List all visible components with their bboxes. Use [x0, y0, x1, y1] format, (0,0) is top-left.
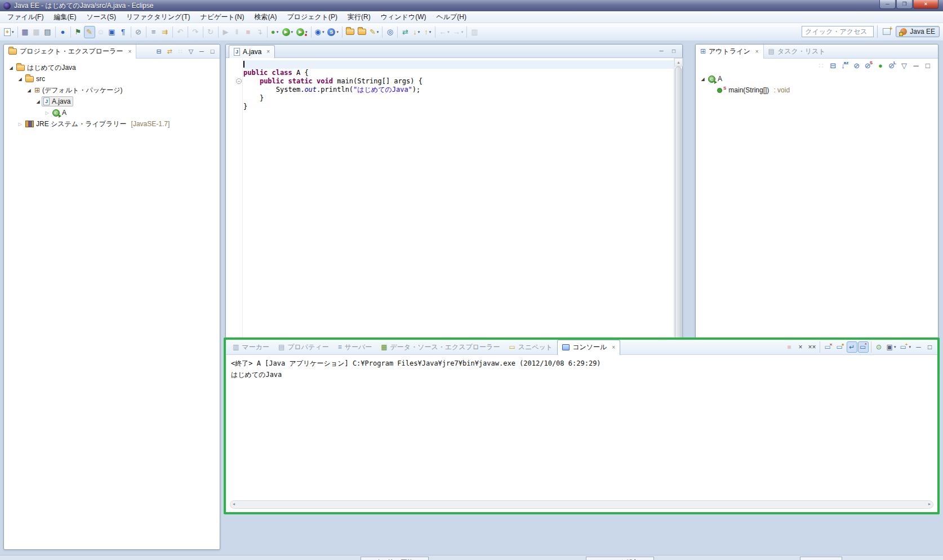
- word-wrap-button[interactable]: ↵: [847, 341, 857, 353]
- expander-icon[interactable]: ◢: [7, 65, 15, 70]
- save-button[interactable]: ▦: [20, 26, 31, 38]
- scrollbar-thumb[interactable]: [675, 66, 682, 355]
- redo-button[interactable]: ↷: [190, 26, 201, 38]
- code-line[interactable]: }: [243, 103, 674, 111]
- open-type-button[interactable]: [344, 26, 356, 38]
- format-button[interactable]: ✎▾: [368, 26, 380, 38]
- view-menu-button[interactable]: ▽: [186, 46, 196, 57]
- menu-source[interactable]: ソース(S): [81, 11, 121, 23]
- maximize-view-button[interactable]: □: [207, 46, 217, 57]
- servers-tab[interactable]: ≡サーバー: [333, 340, 377, 355]
- undo-button[interactable]: ↶: [175, 26, 186, 38]
- outline-item-outline-method-main[interactable]: Smain(String[]) : void: [696, 85, 938, 96]
- run-history-button[interactable]: ▶▾: [295, 26, 309, 38]
- tree-item-src-folder[interactable]: ◢src: [4, 73, 220, 85]
- menu-navigate[interactable]: ナビゲート(N): [195, 11, 250, 23]
- maximize-view-button[interactable]: □: [924, 341, 935, 353]
- outline-view-tab[interactable]: ⊞ アウトライン ×: [696, 45, 764, 59]
- task-list-view-tab[interactable]: ▤ タスク・リスト: [764, 45, 830, 59]
- build-path-button[interactable]: ⇉: [159, 26, 171, 38]
- expander-icon[interactable]: ◢: [16, 77, 24, 82]
- chevron-down-icon[interactable]: ▾: [429, 30, 432, 34]
- menu-project[interactable]: プロジェクト(P): [282, 11, 342, 23]
- open-resource-button[interactable]: [356, 26, 368, 38]
- project-explorer-view-tab[interactable]: プロジェクト・エクスプローラー ×: [4, 45, 136, 59]
- web-browser-button[interactable]: ◎: [384, 26, 395, 38]
- form-page-button[interactable]: ▣: [106, 26, 118, 38]
- chevron-down-icon[interactable]: ▾: [447, 30, 450, 34]
- minimize-view-button[interactable]: ─: [910, 59, 922, 72]
- close-icon[interactable]: ×: [755, 48, 759, 55]
- tree-item-project-hajimete-java[interactable]: ◢はじめてのJava: [4, 62, 220, 73]
- menu-file[interactable]: ファイル(F): [2, 11, 48, 23]
- chevron-down-icon[interactable]: ▾: [418, 30, 420, 34]
- menu-help[interactable]: ヘルプ(H): [431, 11, 472, 23]
- tree-item-class-a[interactable]: ▷CA: [4, 107, 220, 118]
- chevron-down-icon[interactable]: ▾: [12, 30, 14, 34]
- outline-item-outline-class-a[interactable]: ◢CA: [696, 73, 938, 85]
- chevron-down-icon[interactable]: ▾: [277, 30, 279, 34]
- new-web-service-button[interactable]: S▾: [326, 26, 340, 38]
- import-button[interactable]: ↓▾: [411, 26, 422, 38]
- new-button[interactable]: +▾: [2, 26, 16, 38]
- close-icon[interactable]: ×: [128, 48, 131, 55]
- markers-tab[interactable]: ▥マーカー: [228, 340, 274, 355]
- tree-item-a-java-file[interactable]: ◢JA.java: [4, 96, 220, 107]
- collapse-all-button[interactable]: ⊟: [828, 59, 839, 72]
- activate-on-output-button[interactable]: ▭*: [858, 341, 869, 353]
- hide-fields-button[interactable]: ⊘: [851, 59, 862, 72]
- fold-collapse-icon[interactable]: −: [236, 78, 242, 84]
- collapse-all-button[interactable]: ⊟: [154, 46, 164, 57]
- maximize-view-button[interactable]: □: [668, 45, 679, 57]
- chevron-down-icon[interactable]: ▾: [894, 345, 896, 349]
- close-button[interactable]: ×: [913, 0, 938, 9]
- minimize-view-button[interactable]: ─: [913, 341, 924, 353]
- run-button[interactable]: ▶▾: [281, 26, 295, 38]
- code-line[interactable]: [243, 60, 674, 69]
- new-web-project-button[interactable]: ◉▾: [313, 26, 326, 38]
- content-assist-button[interactable]: ☺: [95, 26, 106, 38]
- expander-icon[interactable]: ▷: [16, 122, 24, 127]
- resume-button[interactable]: ▶: [220, 26, 232, 38]
- tree-item-jre-system-library[interactable]: ▷JRE システム・ライブラリー[JavaSE-1.7]: [4, 118, 220, 130]
- drop-to-frame-button[interactable]: ↻: [205, 26, 216, 38]
- hide-static-button[interactable]: ⊘S: [863, 59, 874, 72]
- remove-all-terminated-button[interactable]: ××: [806, 341, 817, 353]
- console-output[interactable]: <終了> A [Java アプリケーション] C:¥Program Files¥…: [226, 355, 937, 384]
- minimize-button[interactable]: ─: [879, 0, 896, 9]
- focus-button[interactable]: ∷: [175, 46, 185, 57]
- scroll-right-icon[interactable]: ▸: [928, 501, 931, 506]
- hide-local-types-button[interactable]: ⊘L: [887, 59, 898, 72]
- menu-edit[interactable]: 編集(E): [48, 11, 81, 23]
- chevron-down-icon[interactable]: ▾: [322, 30, 324, 34]
- data-source-explorer-tab[interactable]: ▩データ・ソース・エクスプローラー: [376, 340, 504, 355]
- new-flag-button[interactable]: ⚑: [73, 26, 84, 38]
- expander-icon[interactable]: ◢: [25, 88, 33, 93]
- save-all-button[interactable]: ▦: [31, 26, 42, 38]
- minimize-view-button[interactable]: ─: [656, 45, 667, 57]
- open-console-button[interactable]: ▭+▾: [898, 341, 913, 353]
- menu-window[interactable]: ウィンドウ(W): [376, 11, 432, 23]
- chevron-down-icon[interactable]: ▾: [336, 30, 339, 34]
- sort-list-button[interactable]: ≡: [148, 26, 159, 38]
- terminate-button[interactable]: ■: [784, 341, 794, 353]
- console-tab[interactable]: コンソール×: [557, 340, 620, 355]
- focus-button[interactable]: ∷: [816, 59, 827, 72]
- editor-tab-a-java[interactable]: J A.java ×: [229, 45, 275, 58]
- export-button[interactable]: ↑▾: [422, 26, 433, 38]
- close-icon[interactable]: ×: [266, 48, 270, 55]
- expander-icon[interactable]: ▷: [43, 110, 51, 115]
- terminate-button[interactable]: ■: [243, 26, 254, 38]
- chevron-down-icon[interactable]: ▾: [377, 30, 379, 34]
- close-icon[interactable]: ×: [612, 344, 615, 350]
- menu-run[interactable]: 実行(R): [342, 11, 376, 23]
- print-button[interactable]: ▤: [42, 26, 54, 38]
- restore-button[interactable]: ❐: [896, 0, 913, 9]
- mark-occurrences-button[interactable]: ✎: [84, 26, 95, 38]
- pin-console-button[interactable]: ⊙: [874, 341, 884, 353]
- maximize-view-button[interactable]: □: [922, 59, 933, 72]
- expander-icon[interactable]: ◢: [34, 99, 42, 104]
- link-with-editor-button[interactable]: ⇄: [164, 46, 175, 57]
- view-menu-button[interactable]: ▽: [898, 59, 910, 72]
- debug-button[interactable]: ●▾: [269, 26, 281, 38]
